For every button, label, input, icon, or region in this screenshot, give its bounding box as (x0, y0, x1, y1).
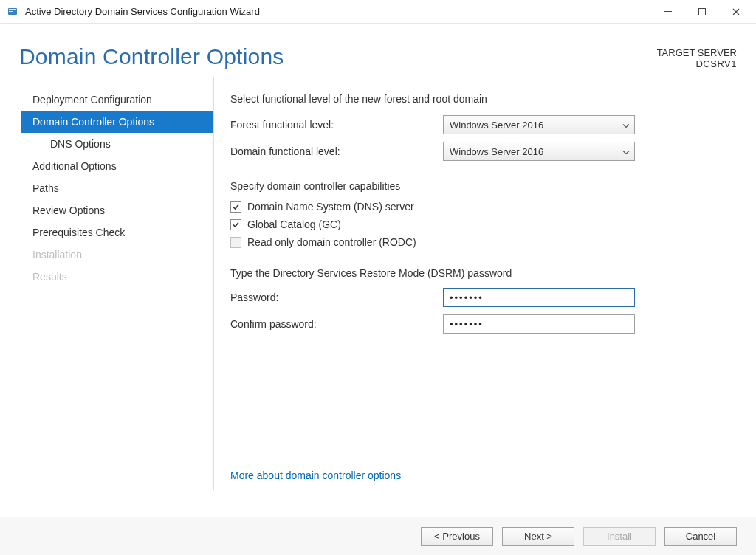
sidebar-item-installation: Installation (21, 244, 213, 266)
window-title: Active Directory Domain Services Configu… (25, 6, 651, 17)
window-controls (651, 1, 753, 23)
sidebar-item-dns-options[interactable]: DNS Options (21, 133, 213, 155)
sidebar-item-domain-controller-options[interactable]: Domain Controller Options (21, 111, 213, 133)
domain-level-row: Domain functional level: Windows Server … (230, 142, 737, 161)
svg-rect-4 (699, 8, 706, 15)
dns-checkbox[interactable] (230, 201, 241, 213)
minimize-button[interactable] (651, 1, 685, 23)
dns-checkbox-row[interactable]: Domain Name System (DNS) server (230, 201, 737, 213)
confirm-password-row: Confirm password: (230, 314, 737, 334)
sidebar-item-prerequisites-check[interactable]: Prerequisites Check (21, 221, 213, 244)
target-server-name: DCSRV1 (657, 58, 737, 69)
previous-button[interactable]: < Previous (421, 527, 493, 546)
domain-level-combo[interactable]: Windows Server 2016 (443, 142, 635, 161)
rodc-checkbox (230, 237, 241, 248)
maximize-button[interactable] (685, 1, 719, 23)
domain-level-value: Windows Server 2016 (450, 146, 543, 157)
password-label: Password: (230, 292, 443, 303)
svg-rect-1 (9, 9, 16, 10)
dsrm-section-label: Type the Directory Services Restore Mode… (230, 267, 737, 279)
password-input[interactable] (443, 288, 635, 307)
capabilities-section-label: Specify domain controller capabilities (230, 180, 737, 192)
forest-level-value: Windows Server 2016 (450, 120, 543, 131)
next-button[interactable]: Next > (502, 527, 574, 546)
gc-checkbox[interactable] (230, 219, 241, 230)
cancel-button[interactable]: Cancel (664, 527, 737, 546)
forest-level-label: Forest functional level: (230, 119, 443, 131)
password-row: Password: (230, 288, 737, 307)
more-about-link[interactable]: More about domain controller options (230, 469, 401, 481)
svg-rect-2 (9, 11, 13, 12)
forest-level-row: Forest functional level: Windows Server … (230, 115, 737, 134)
sidebar-item-deployment-configuration[interactable]: Deployment Configuration (21, 89, 213, 111)
gc-checkbox-row[interactable]: Global Catalog (GC) (230, 218, 737, 230)
sidebar-item-results: Results (21, 266, 213, 288)
forest-level-combo[interactable]: Windows Server 2016 (443, 115, 635, 134)
app-icon (6, 5, 19, 18)
confirm-password-label: Confirm password: (230, 318, 443, 330)
close-button[interactable] (719, 1, 753, 23)
main-area: Deployment Configuration Domain Controll… (0, 77, 756, 490)
wizard-sidebar: Deployment Configuration Domain Controll… (21, 77, 214, 490)
page-title: Domain Controller Options (19, 44, 284, 69)
confirm-password-input[interactable] (443, 314, 635, 334)
sidebar-item-review-options[interactable]: Review Options (21, 199, 213, 221)
header: Domain Controller Options TARGET SERVER … (0, 24, 756, 77)
target-server-box: TARGET SERVER DCSRV1 (657, 44, 737, 69)
rodc-checkbox-label: Read only domain controller (RODC) (247, 236, 416, 248)
functional-level-section-label: Select functional level of the new fores… (230, 93, 737, 105)
gc-checkbox-label: Global Catalog (GC) (247, 218, 341, 230)
sidebar-item-paths[interactable]: Paths (21, 177, 213, 199)
wizard-footer: < Previous Next > Install Cancel (0, 517, 756, 555)
chevron-down-icon (622, 120, 630, 131)
install-button: Install (583, 527, 656, 546)
target-server-label: TARGET SERVER (657, 47, 737, 58)
dns-checkbox-label: Domain Name System (DNS) server (247, 201, 414, 213)
rodc-checkbox-row: Read only domain controller (RODC) (230, 236, 737, 248)
titlebar: Active Directory Domain Services Configu… (0, 0, 756, 24)
content-panel: Select functional level of the new fores… (214, 77, 756, 490)
svg-rect-3 (664, 11, 672, 12)
chevron-down-icon (622, 146, 630, 157)
sidebar-item-additional-options[interactable]: Additional Options (21, 155, 213, 177)
domain-level-label: Domain functional level: (230, 145, 443, 157)
